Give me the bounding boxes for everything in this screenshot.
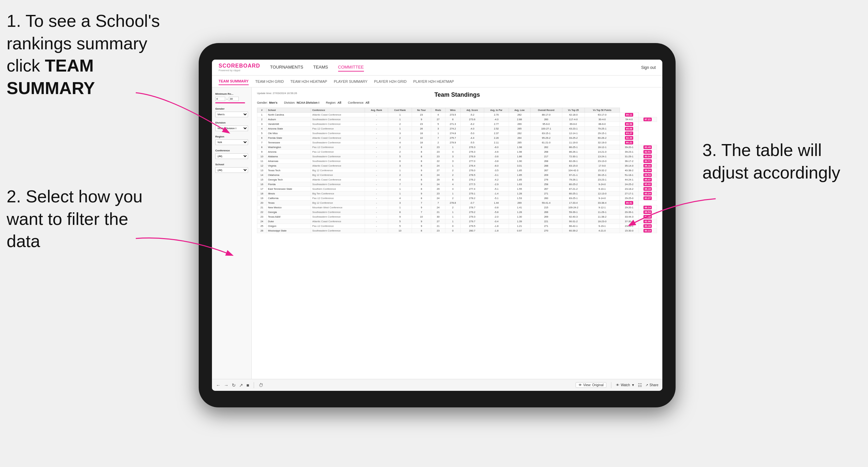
cell-value: -0.8 (484, 205, 509, 210)
cell-school[interactable]: Texas Tech (267, 168, 311, 173)
cell-value: 82-28-1 (562, 159, 585, 164)
subnav-team-h2h-grid[interactable]: TEAM H2H GRID (255, 78, 284, 85)
back-icon[interactable]: ← (216, 382, 221, 388)
cell-school[interactable]: Texas A&M (267, 215, 311, 219)
cell-school[interactable]: Georgia (267, 210, 311, 215)
cell-value: 79-25-1 (585, 126, 620, 131)
forward-icon[interactable]: → (224, 382, 228, 388)
cell-value: 279.1 (460, 191, 484, 196)
subnav-player-summary[interactable]: PLAYER SUMMARY (334, 78, 368, 85)
cell-value: 30-15-1 (585, 173, 620, 178)
filter-division-display: Division: NCAA Division I (284, 101, 319, 104)
cell-value: - (365, 205, 388, 210)
col-avg-low: Avg. Low (509, 108, 530, 113)
cell-rank: 12 (257, 164, 267, 168)
share-small-icon[interactable]: ↗ (239, 382, 243, 388)
cell-school[interactable]: Washington (267, 145, 311, 150)
cell-school[interactable]: Vanderbilt (267, 122, 311, 126)
cell-value: 23 (412, 113, 431, 117)
table-row: 26Mississippi StateSoutheastern Conferen… (257, 228, 657, 233)
refresh-icon[interactable]: ↻ (232, 382, 236, 388)
cell-value: 276.4 (460, 164, 484, 168)
share-button[interactable]: ↗ Share (646, 383, 658, 387)
nav-teams[interactable]: TEAMS (313, 63, 328, 71)
cell-value: -1.8 (484, 224, 509, 228)
cell-value: 26 (412, 126, 431, 131)
sign-out-button[interactable]: Sign out (641, 65, 656, 70)
cell-value: 63-15-1 (530, 131, 562, 136)
watch-button[interactable]: 👁 Watch ▼ (616, 383, 634, 387)
table-row: 4Arizona StatePac-12 Conference-1263274.… (257, 126, 657, 131)
cell-value: 23-23-1 (585, 178, 620, 182)
cell-school[interactable]: Oklahoma (267, 173, 311, 178)
cell-value: 269 (509, 122, 530, 126)
cell-value: -0.7 (460, 201, 484, 205)
cell-school[interactable]: Ole Miss (267, 131, 311, 136)
cell-value: 83-15-0 (562, 164, 585, 168)
cell-value: 83-25-1 (562, 196, 585, 201)
subnav-player-h2h-heatmap[interactable]: PLAYER H2H HEATMAP (413, 78, 454, 85)
cell-school[interactable]: North Carolina (267, 113, 311, 117)
cell-value: 11-29-1 (585, 210, 620, 215)
cell-school[interactable]: Oregon (267, 224, 311, 228)
conference-select[interactable]: (All) (215, 153, 248, 159)
cell-school[interactable]: Arizona State (267, 126, 311, 131)
cell-value: 8 (412, 173, 431, 178)
cell-school[interactable]: East Tennessee State (267, 187, 311, 191)
cell-school[interactable]: Arkansas (267, 159, 311, 164)
cell-value: 2.52 (484, 126, 509, 131)
clock-icon[interactable]: ⏱ (259, 382, 263, 388)
cell-school[interactable]: Mississippi State (267, 228, 311, 233)
cell-school[interactable]: Virginia (267, 164, 311, 168)
cell-school[interactable]: Georgia Tech (267, 178, 311, 182)
subnav-team-summary[interactable]: TEAM SUMMARY (219, 78, 249, 85)
cell-value: 269 (530, 215, 562, 219)
subnav-player-h2h-grid[interactable]: PLAYER H2H GRID (374, 78, 407, 85)
cell-value: 277.4 (460, 187, 484, 191)
cell-value: 17-9-0 (585, 164, 620, 168)
grid-icon[interactable]: ☷ (638, 382, 642, 388)
cell-conference: Pac-12 Conference (311, 145, 365, 150)
cell-value: 24 (431, 164, 445, 168)
cell-value: 1 (388, 191, 412, 196)
cell-rank: 3 (257, 122, 267, 126)
subnav-team-h2h-heatmap[interactable]: TEAM H2H HEATMAP (290, 78, 327, 85)
table-row: 6Florida StateAtlantic Coast Conference-… (257, 136, 657, 141)
cell-value: 6 (388, 159, 412, 164)
cell-value: 1.28 (509, 210, 530, 215)
cell-value: 3 (388, 201, 412, 205)
school-select[interactable]: (All) (215, 167, 248, 173)
cell-school[interactable]: California (267, 196, 311, 201)
cell-school[interactable]: Illinois (267, 191, 311, 196)
cell-value: 63-17-0 (585, 113, 620, 117)
cell-school[interactable]: Duke (267, 219, 311, 224)
bookmark-icon[interactable]: ■ (246, 382, 249, 388)
cell-school[interactable]: New Mexico (267, 205, 311, 210)
cell-value: -6.0 (484, 145, 509, 150)
table-row: 11ArkansasSoutheastern Conference-682232… (257, 159, 657, 164)
cell-value: 10 (412, 136, 431, 141)
cell-school[interactable]: Florida (267, 182, 311, 187)
cell-value: 258 (530, 182, 562, 187)
filter-conference: Conference (All) (215, 149, 248, 159)
cell-school[interactable]: Auburn (267, 117, 311, 122)
cell-value: 33-38-4 (585, 201, 620, 205)
cell-value: 109-24-2 (562, 205, 585, 210)
cell-value: - (365, 210, 388, 215)
cell-value: 1 (445, 191, 460, 196)
table-row: 23Texas A&MSoutheastern Conference-91030… (257, 215, 657, 219)
nav-committee[interactable]: COMMITTEE (338, 63, 364, 71)
col-conference: Conference (311, 108, 365, 113)
cell-value: -5.5 (460, 141, 484, 145)
cell-value: 1 (445, 215, 460, 219)
cell-school[interactable]: Florida State (267, 136, 311, 141)
cell-rank: 13 (257, 168, 267, 173)
cell-school[interactable]: Tennessee (267, 141, 311, 145)
nav-tournaments[interactable]: TOURNAMENTS (270, 63, 303, 71)
col-rnds: Rnds (431, 108, 445, 113)
cell-school[interactable]: Alabama (267, 154, 311, 159)
col-school: School (267, 108, 311, 113)
view-original-button[interactable]: 👁 View: Original (576, 382, 607, 388)
cell-school[interactable]: Texas (267, 201, 311, 205)
cell-school[interactable]: Arizona (267, 150, 311, 154)
